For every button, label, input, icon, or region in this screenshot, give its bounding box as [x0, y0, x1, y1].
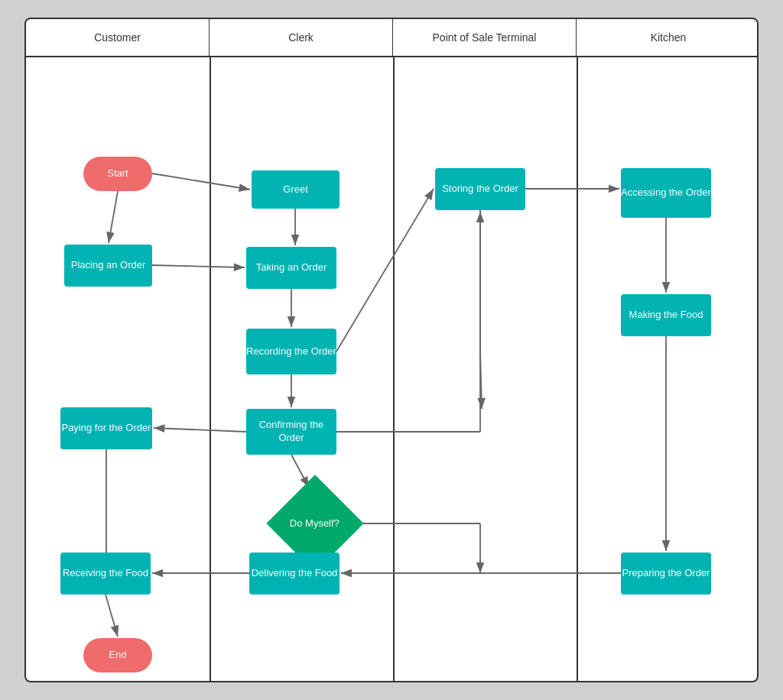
- node-making: Making the Food: [621, 294, 711, 336]
- svg-line-3: [152, 265, 245, 267]
- node-recording: Recording the Order: [246, 329, 336, 374]
- lane-header-customer: Customer: [26, 19, 210, 56]
- svg-line-2: [109, 191, 118, 243]
- diagram-wrapper: Customer Clerk Point of Sale Terminal Ki…: [24, 18, 759, 682]
- header-row: Customer Clerk Point of Sale Terminal Ki…: [26, 19, 757, 57]
- node-accessing: Accessing the Order: [621, 168, 711, 218]
- node-receiving: Receiving the Food: [60, 553, 151, 595]
- node-preparing: Preparing the Order: [621, 553, 711, 595]
- node-start: Start: [83, 157, 152, 191]
- diagram-area: Start Placing an Order Paying for the Or…: [26, 57, 759, 682]
- node-greet: Greet: [252, 170, 340, 209]
- lane-divider-1: [210, 57, 211, 682]
- node-taking: Taking an Order: [246, 247, 336, 289]
- lane-header-clerk: Clerk: [210, 19, 393, 56]
- svg-line-12: [480, 352, 482, 409]
- node-confirming: Confirming the Order: [246, 409, 336, 455]
- node-end: End: [83, 638, 152, 672]
- svg-line-8: [154, 428, 246, 432]
- lane-header-pos: Point of Sale Terminal: [393, 19, 577, 56]
- node-delivering: Delivering the Food: [249, 553, 340, 595]
- node-placing: Placing an Order: [64, 245, 152, 287]
- lane-divider-3: [577, 57, 578, 682]
- node-storing: Storing the Order: [435, 168, 525, 210]
- svg-line-1: [152, 173, 250, 190]
- lane-header-kitchen: Kitchen: [577, 19, 759, 56]
- svg-line-21: [106, 595, 118, 637]
- svg-line-6: [336, 189, 434, 352]
- node-paying: Paying for the Order: [60, 407, 152, 449]
- lane-divider-2: [393, 57, 395, 682]
